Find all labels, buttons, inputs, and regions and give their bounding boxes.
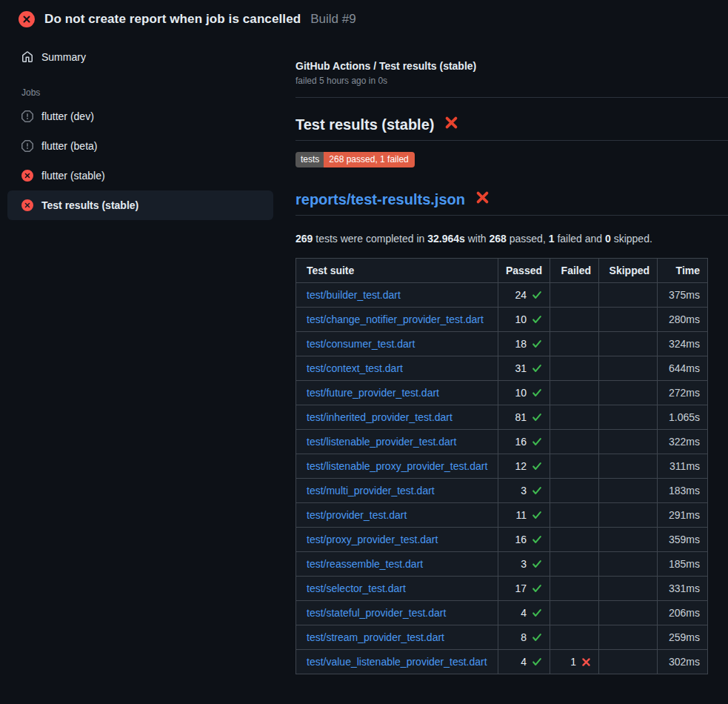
- test-suite-link[interactable]: test/builder_test.dart: [307, 289, 401, 301]
- test-suite-link[interactable]: test/listenable_proxy_provider_test.dart: [307, 460, 487, 472]
- test-suite-link[interactable]: test/future_provider_test.dart: [307, 387, 439, 399]
- passed-cell: 81: [498, 405, 550, 430]
- sidebar-item-flutter-beta[interactable]: flutter (beta): [7, 131, 273, 161]
- skipped-cell: [599, 381, 658, 405]
- table-row: test/stream_provider_test.dart8 259ms: [296, 625, 708, 650]
- check-icon: [532, 412, 542, 422]
- passed-cell: 16: [498, 430, 550, 454]
- check-icon: [532, 314, 542, 325]
- section-heading: Test results (stable): [295, 116, 728, 141]
- table-header-row: Test suite Passed Failed Skipped Time: [296, 259, 708, 283]
- test-suite-cell: test/future_provider_test.dart: [296, 381, 498, 405]
- test-suite-cell: test/provider_test.dart: [296, 503, 498, 528]
- failed-cell: [550, 308, 599, 332]
- test-suite-link[interactable]: test/context_test.dart: [307, 362, 403, 374]
- failed-cell: [550, 528, 599, 552]
- sidebar-item-test-results-stable[interactable]: Test results (stable): [7, 190, 273, 220]
- check-icon: [532, 485, 542, 496]
- main-content: GitHub Actions / Test results (stable) f…: [295, 33, 728, 674]
- skipped-cell: [599, 356, 658, 381]
- failed-cell: 1: [550, 650, 599, 674]
- test-suite-cell: test/selector_test.dart: [296, 577, 498, 601]
- failed-cell: [550, 332, 599, 356]
- page-title: Do not create report when job is cancell…: [44, 12, 301, 27]
- failed-cell: [550, 503, 599, 528]
- failed-cell: [550, 283, 599, 308]
- divider: [295, 97, 728, 98]
- x-circle-icon: [21, 199, 33, 211]
- sidebar-item-summary[interactable]: Summary: [7, 42, 273, 72]
- sidebar-summary-label: Summary: [41, 51, 86, 63]
- check-icon: [532, 363, 542, 373]
- sidebar-item-flutter-stable[interactable]: flutter (stable): [7, 161, 273, 190]
- test-suite-link[interactable]: test/inherited_provider_test.dart: [307, 411, 453, 423]
- build-number: Build #9: [310, 12, 355, 27]
- report-file-link[interactable]: reports/test-results.json: [295, 191, 465, 208]
- test-suite-link[interactable]: test/provider_test.dart: [307, 509, 407, 521]
- test-suite-cell: test/context_test.dart: [296, 356, 498, 381]
- test-suite-link[interactable]: test/value_listenable_provider_test.dart: [307, 656, 487, 668]
- time-cell: 280ms: [658, 308, 708, 332]
- check-icon: [532, 559, 542, 569]
- test-suite-link[interactable]: test/change_notifier_provider_test.dart: [307, 313, 484, 325]
- test-suite-cell: test/listenable_proxy_provider_test.dart: [296, 454, 498, 479]
- table-row: test/context_test.dart31 644ms: [296, 356, 708, 381]
- table-row: test/change_notifier_provider_test.dart1…: [296, 308, 708, 332]
- table-row: test/reassemble_test.dart3 185ms: [296, 552, 708, 577]
- passed-cell: 10: [498, 308, 550, 332]
- passed-cell: 3: [498, 552, 550, 577]
- time-cell: 644ms: [658, 356, 708, 381]
- test-suite-link[interactable]: test/consumer_test.dart: [307, 338, 415, 350]
- tests-badge: tests 268 passed, 1 failed: [295, 152, 415, 167]
- table-row: test/listenable_provider_test.dart16 322…: [296, 430, 708, 454]
- skipped-cell: [599, 332, 658, 356]
- test-suite-link[interactable]: test/selector_test.dart: [307, 582, 406, 594]
- badge-label: tests: [295, 152, 324, 167]
- time-cell: 183ms: [658, 479, 708, 503]
- badge-value: 268 passed, 1 failed: [324, 152, 414, 167]
- test-suite-link[interactable]: test/proxy_provider_test.dart: [307, 534, 438, 545]
- sidebar-item-flutter-dev[interactable]: flutter (dev): [7, 102, 273, 131]
- workflow-status-text: failed 5 hours ago in 0s: [295, 76, 728, 86]
- table-row: test/multi_provider_test.dart3 183ms: [296, 479, 708, 503]
- passed-cell: 12: [498, 454, 550, 479]
- sidebar-item-label: Test results (stable): [41, 199, 138, 211]
- table-row: test/consumer_test.dart18 324ms: [296, 332, 708, 356]
- sidebar-item-label: flutter (dev): [41, 110, 94, 122]
- test-suite-cell: test/change_notifier_provider_test.dart: [296, 308, 498, 332]
- failed-cell: [550, 430, 599, 454]
- time-cell: 185ms: [658, 552, 708, 577]
- test-suite-link[interactable]: test/multi_provider_test.dart: [307, 485, 435, 497]
- passed-cell: 11: [498, 503, 550, 528]
- sidebar: Summary Jobs flutter (dev)flutter (beta)…: [0, 33, 295, 220]
- column-header-skipped: Skipped: [599, 259, 658, 283]
- skipped-cell: [599, 650, 658, 674]
- table-row: test/proxy_provider_test.dart16 359ms: [296, 528, 708, 552]
- passed-cell: 16: [498, 528, 550, 552]
- summary-segment: 32.964s: [427, 233, 465, 245]
- failed-cell: [550, 601, 599, 625]
- test-suite-link[interactable]: test/stream_provider_test.dart: [307, 631, 444, 643]
- sidebar-jobs-heading: Jobs: [7, 72, 273, 102]
- skipped-cell: [599, 283, 658, 308]
- time-cell: 311ms: [658, 454, 708, 479]
- test-suite-link[interactable]: test/listenable_provider_test.dart: [307, 436, 456, 448]
- test-suite-cell: test/value_listenable_provider_test.dart: [296, 650, 498, 674]
- check-icon: [532, 339, 542, 349]
- check-icon: [532, 534, 542, 545]
- summary-segment: tests were completed in: [313, 233, 427, 245]
- skipped-cell: [599, 308, 658, 332]
- skipped-cell: [599, 601, 658, 625]
- check-icon: [532, 632, 542, 642]
- test-suite-link[interactable]: test/stateful_provider_test.dart: [307, 607, 446, 619]
- check-icon: [532, 657, 542, 667]
- skipped-cell: [599, 625, 658, 650]
- test-suite-cell: test/reassemble_test.dart: [296, 552, 498, 577]
- passed-cell: 18: [498, 332, 550, 356]
- table-row: test/value_listenable_provider_test.dart…: [296, 650, 708, 674]
- sidebar-jobs: flutter (dev)flutter (beta)flutter (stab…: [7, 102, 273, 220]
- table-row: test/inherited_provider_test.dart81 1.06…: [296, 405, 708, 430]
- skipped-cell: [599, 479, 658, 503]
- test-suite-link[interactable]: test/reassemble_test.dart: [307, 558, 423, 570]
- time-cell: 1.065s: [658, 405, 708, 430]
